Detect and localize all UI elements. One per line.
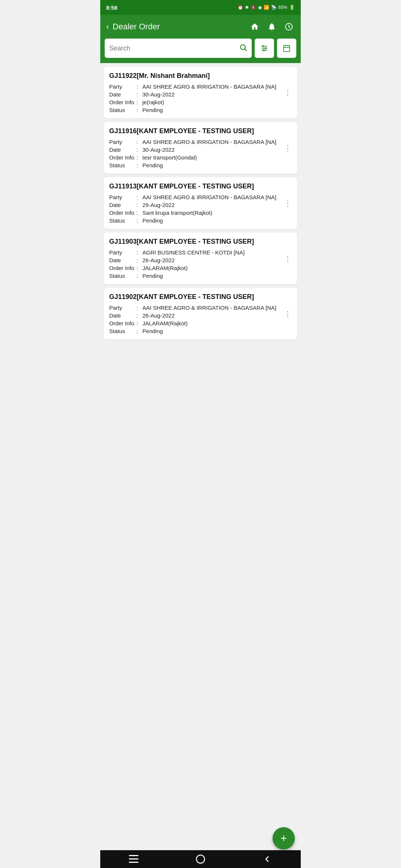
search-button[interactable] [239,43,247,53]
status-label: Status [109,273,134,279]
wifi-icon: 📶 [264,5,269,10]
svg-rect-9 [284,46,290,52]
bluetooth-icon: ✱ [245,5,249,10]
search-section [100,39,301,63]
date-label: Date [109,257,134,263]
order-info-value: je(rajkot) [143,99,292,105]
order-info-value: tesr transport(Gondal) [143,154,292,161]
back-button[interactable]: ‹ [106,22,109,32]
status-colon: : [137,107,140,113]
menu-icon [129,855,138,863]
order-info-colon: : [137,154,140,161]
order-card-2[interactable]: GJ11916[KANT EMPLOYEE - TESTING USER] Pa… [104,122,297,174]
order-title: GJ11916[KANT EMPLOYEE - TESTING USER] [109,127,292,135]
party-colon: : [137,83,140,90]
status-colon: : [137,162,140,168]
date-value: 30-Aug-2022 [143,91,292,98]
date-value: 26-Aug-2022 [143,257,292,263]
order-fields: Party : AGRI BUSINESS CENTRE - KOTDI [NA… [109,249,292,279]
nav-home-button[interactable] [167,850,234,868]
party-value: AAI SHREE AGRO & IRRIGATION - BAGASARA [… [143,83,292,90]
notification-button[interactable] [266,21,278,33]
order-title: GJ11922[Mr. Nishant Brahmani] [109,72,292,80]
search-input[interactable] [109,45,239,52]
order-info-colon: : [137,320,140,326]
party-colon: : [137,249,140,256]
order-menu-button[interactable]: ⋮ [283,143,293,153]
filter-icon [260,44,268,52]
order-info-colon: : [137,99,140,105]
party-value: AAI SHREE AGRO & IRRIGATION - BAGASARA [… [143,305,292,311]
order-info-colon: : [137,210,140,216]
add-order-fab[interactable]: + [273,827,295,849]
status-badge: Pending [143,328,292,334]
nav-back-button[interactable] [234,850,301,868]
filter-button[interactable] [255,39,274,58]
bottom-navigation [100,850,301,868]
party-value: AAI SHREE AGRO & IRRIGATION - BAGASARA [… [143,194,292,200]
order-card-3[interactable]: GJ11913[KANT EMPLOYEE - TESTING USER] Pa… [104,177,297,229]
bell-icon [267,22,276,31]
order-title: GJ11903[KANT EMPLOYEE - TESTING USER] [109,238,292,246]
status-badge: Pending [143,107,292,113]
status-time: 8:58 [106,4,117,11]
status-bar: 8:58 ⏰ ✱ 🔇 ◉ 📶 📡 65% 🔋 [100,0,301,15]
date-value: 26-Aug-2022 [143,312,292,319]
order-fields: Party : AAI SHREE AGRO & IRRIGATION - BA… [109,194,292,224]
date-colon: : [137,257,140,263]
order-info-value: Sant krupa transport(Rajkot) [143,210,292,216]
order-card-5[interactable]: GJ11902[KANT EMPLOYEE - TESTING USER] Pa… [104,288,297,339]
order-info-label: Order Info [109,265,134,271]
order-info-label: Order Info [109,99,134,105]
party-value: AGRI BUSINESS CENTRE - KOTDI [NA] [143,249,292,256]
order-card-1[interactable]: GJ11922[Mr. Nishant Brahmani] Party : AA… [104,67,297,118]
order-card-4[interactable]: GJ11903[KANT EMPLOYEE - TESTING USER] Pa… [104,233,297,284]
status-colon: : [137,273,140,279]
order-fields: Party : AAI SHREE AGRO & IRRIGATION - BA… [109,139,292,168]
party-label: Party [109,139,134,145]
party-colon: : [137,139,140,145]
svg-rect-14 [129,858,138,859]
calendar-button[interactable] [277,39,296,58]
party-label: Party [109,305,134,311]
home-icon [250,22,259,31]
status-label: Status [109,162,134,168]
search-icon [239,43,247,52]
order-title: GJ11913[KANT EMPLOYEE - TESTING USER] [109,183,292,190]
calendar-icon [283,44,291,52]
order-menu-button[interactable]: ⋮ [283,309,293,319]
svg-rect-13 [129,855,138,856]
date-colon: : [137,147,140,153]
search-container [105,39,252,58]
order-menu-button[interactable]: ⋮ [283,88,293,98]
party-colon: : [137,305,140,311]
svg-point-16 [196,855,205,863]
battery-icon: 🔋 [289,5,295,10]
svg-point-1 [241,45,245,49]
status-badge: Pending [143,217,292,224]
nav-menu-button[interactable] [100,850,167,868]
signal-icon: 📡 [271,5,277,10]
status-badge: Pending [143,273,292,279]
mute-icon: 🔇 [251,5,256,10]
party-label: Party [109,249,134,256]
date-value: 30-Aug-2022 [143,147,292,153]
order-info-value: JALARAM(Rajkot) [143,265,292,271]
order-menu-button[interactable]: ⋮ [283,253,293,264]
svg-point-7 [265,47,267,49]
header-left: ‹ Dealer Order [106,22,160,32]
header-icons [249,21,295,33]
order-menu-button[interactable]: ⋮ [283,198,293,208]
date-label: Date [109,202,134,208]
order-info-label: Order Info [109,210,134,216]
status-label: Status [109,107,134,113]
date-colon: : [137,312,140,319]
svg-point-8 [263,50,264,51]
order-info-value: JALARAM(Rajkot) [143,320,292,326]
status-badge: Pending [143,162,292,168]
date-label: Date [109,312,134,319]
history-button[interactable] [283,21,295,33]
party-label: Party [109,194,134,200]
order-info-label: Order Info [109,154,134,161]
home-button[interactable] [249,21,261,33]
